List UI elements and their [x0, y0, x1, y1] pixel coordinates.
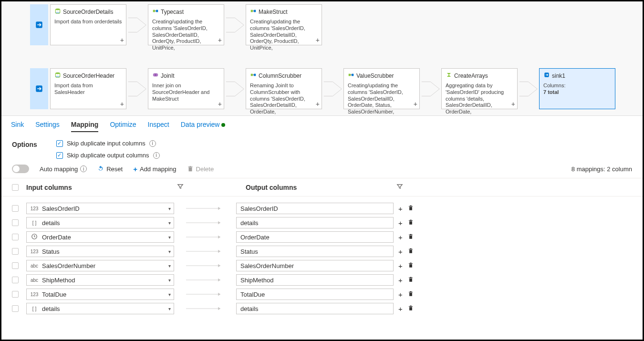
- flow-node-JoinIt[interactable]: JoinItInner join on SourceOrderHeader an…: [148, 68, 224, 109]
- input-column-value: details: [42, 219, 60, 227]
- input-column-select[interactable]: 123SalesOrderID▾: [26, 203, 174, 214]
- tab-sink[interactable]: Sink: [11, 121, 24, 132]
- mapping-row: 123SalesOrderID▾SalesOrderID+: [12, 201, 632, 216]
- node-title: SourceOrderHeader: [63, 72, 114, 79]
- add-row-button[interactable]: +: [398, 248, 403, 256]
- delete-row-button[interactable]: [407, 276, 414, 284]
- output-column-input[interactable]: ShipMethod: [236, 274, 394, 286]
- add-step-button[interactable]: +: [218, 100, 222, 108]
- output-column-input[interactable]: SalesOrderID: [236, 203, 394, 214]
- tab-inspect[interactable]: Inspect: [148, 121, 169, 132]
- delete-row-button[interactable]: [407, 205, 414, 213]
- delete-row-button[interactable]: [407, 262, 414, 270]
- filter-icon[interactable]: [177, 183, 184, 191]
- flow-node-ValueScrubber[interactable]: ValueScrubberCreating/updating the colum…: [343, 68, 420, 109]
- plus-icon: +: [133, 165, 137, 173]
- dataflow-canvas[interactable]: SourceOrderDetailsImport data from order…: [1, 1, 643, 116]
- row-checkbox[interactable]: [12, 234, 19, 240]
- output-column-input[interactable]: details: [236, 217, 394, 228]
- add-row-button[interactable]: +: [398, 276, 403, 284]
- derive-icon: [348, 72, 354, 80]
- info-icon[interactable]: i: [153, 152, 160, 159]
- mapping-row: 123TotalDue▾TotalDue+: [12, 287, 632, 301]
- node-title: MakeStruct: [259, 9, 288, 15]
- output-column-input[interactable]: details: [236, 303, 394, 314]
- add-step-button[interactable]: +: [120, 36, 124, 44]
- row-checkbox[interactable]: [12, 219, 19, 226]
- output-column-value: SalesOrderNumber: [240, 262, 294, 269]
- info-icon[interactable]: i: [80, 165, 87, 172]
- add-step-button[interactable]: +: [316, 36, 320, 44]
- input-column-select[interactable]: [ ]details▾: [26, 217, 174, 228]
- flow-node-ColumnScrubber[interactable]: ColumnScrubberRenaming JoinIt to ColumnS…: [246, 68, 322, 109]
- select-all-checkbox[interactable]: [12, 184, 19, 191]
- input-column-select[interactable]: 123Status▾: [26, 246, 174, 257]
- add-mapping-button[interactable]: + Add mapping: [133, 165, 176, 173]
- skip-dup-input-label: Skip duplicate input columns: [67, 140, 145, 147]
- delete-row-button[interactable]: [407, 219, 414, 227]
- flow-node-MakeStruct[interactable]: MakeStructCreating/updating the columns …: [246, 4, 322, 45]
- row-checkbox[interactable]: [12, 277, 19, 283]
- input-column-value: SalesOrderID: [42, 205, 80, 212]
- row-checkbox[interactable]: [12, 305, 19, 312]
- add-row-button[interactable]: +: [398, 262, 403, 270]
- svg-point-9: [55, 76, 60, 78]
- input-column-select[interactable]: abcSalesOrderNumber▾: [26, 260, 174, 271]
- svg-rect-15: [352, 74, 353, 76]
- delete-row-button[interactable]: [407, 233, 414, 241]
- add-step-button[interactable]: +: [316, 100, 320, 108]
- output-column-input[interactable]: TotalDue: [236, 289, 394, 300]
- output-column-input[interactable]: SalesOrderNumber: [236, 260, 394, 271]
- output-column-input[interactable]: OrderDate: [236, 231, 394, 243]
- delete-row-button[interactable]: [407, 305, 414, 313]
- flow-node-Typecast[interactable]: TypecastCreating/updating the columns 'S…: [148, 4, 224, 45]
- input-column-select[interactable]: OrderDate▾: [26, 231, 174, 243]
- input-column-select[interactable]: 123TotalDue▾: [26, 289, 174, 300]
- mapping-toolbar: Auto mapping i Reset + Add mapping Delet…: [1, 161, 643, 178]
- output-column-input[interactable]: Status: [236, 246, 394, 257]
- add-row-button[interactable]: +: [398, 219, 403, 227]
- tab-settings[interactable]: Settings: [35, 121, 60, 132]
- skip-dup-output-checkbox[interactable]: ✓ Skip duplicate output columns i: [56, 152, 160, 159]
- join-icon: [152, 72, 159, 80]
- delete-row-button[interactable]: [407, 290, 414, 299]
- node-description: Aggregating data by 'SalesOrderID' produ…: [446, 83, 513, 115]
- auto-mapping-toggle[interactable]: [12, 165, 29, 173]
- skip-dup-input-checkbox[interactable]: ✓ Skip duplicate input columns i: [56, 140, 160, 147]
- add-step-button[interactable]: +: [414, 100, 417, 108]
- delete-row-button[interactable]: [407, 248, 414, 256]
- branch-indicator-bottom: [30, 68, 48, 109]
- delete-button[interactable]: Delete: [187, 165, 214, 173]
- flow-node-sink1[interactable]: sink1Columns:7 total: [539, 68, 615, 109]
- add-row-button[interactable]: +: [398, 233, 403, 241]
- skip-dup-output-label: Skip duplicate output columns: [67, 152, 149, 159]
- reset-button[interactable]: Reset: [97, 165, 123, 173]
- node-description: Inner join on SourceOrderHeader and Make…: [152, 83, 220, 102]
- add-row-button[interactable]: +: [398, 290, 403, 299]
- row-checkbox[interactable]: [12, 291, 19, 298]
- trash-icon: [187, 165, 194, 172]
- filter-icon[interactable]: [396, 183, 403, 191]
- tab-optimize[interactable]: Optimize: [110, 121, 136, 132]
- flow-node-SourceOrderDetails[interactable]: SourceOrderDetailsImport data from order…: [50, 4, 126, 45]
- add-step-button[interactable]: +: [218, 36, 222, 44]
- flow-node-SourceOrderHeader[interactable]: SourceOrderHeaderImport data from SalesH…: [50, 68, 126, 109]
- input-column-select[interactable]: abcShipMethod▾: [26, 274, 174, 286]
- tab-data-preview[interactable]: Data preview: [181, 121, 226, 132]
- trash-icon: [407, 276, 414, 283]
- add-row-button[interactable]: +: [398, 205, 403, 213]
- row-checkbox[interactable]: [12, 262, 19, 269]
- flow-connector: [224, 68, 246, 109]
- row-checkbox[interactable]: [12, 248, 19, 255]
- info-icon[interactable]: i: [149, 140, 156, 147]
- mapping-rows: 123SalesOrderID▾SalesOrderID+[ ]details▾…: [1, 196, 643, 320]
- input-column-select[interactable]: [ ]details▾: [26, 303, 174, 314]
- add-step-button[interactable]: +: [511, 100, 515, 108]
- datatype-icon: 123: [30, 206, 39, 211]
- tab-mapping[interactable]: Mapping: [71, 121, 99, 132]
- add-row-button[interactable]: +: [398, 305, 403, 313]
- mapping-arrow: [174, 292, 236, 297]
- add-step-button[interactable]: +: [120, 100, 124, 108]
- row-checkbox[interactable]: [12, 205, 19, 212]
- flow-node-CreateArrays[interactable]: CreateArraysAggregating data by 'SalesOr…: [441, 68, 518, 109]
